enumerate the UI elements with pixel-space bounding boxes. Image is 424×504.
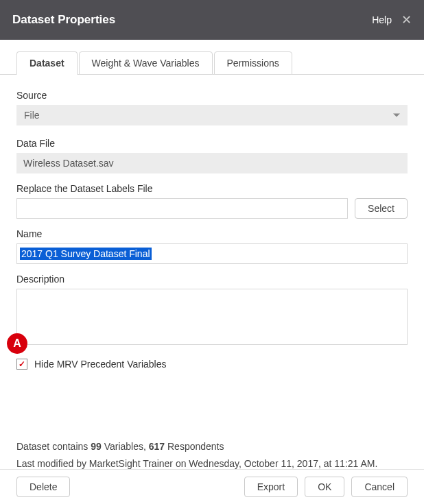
delete-button[interactable]: Delete	[16, 477, 70, 497]
replace-labels-label: Replace the Dataset Labels File	[16, 183, 408, 194]
tab-panel-dataset: Source File Data File Wireless Dataset.s…	[0, 75, 424, 472]
hide-mrv-label: Hide MRV Precedent Variables	[34, 359, 166, 370]
tab-dataset[interactable]: Dataset	[16, 51, 78, 75]
help-link[interactable]: Help	[372, 14, 392, 25]
datafile-value: Wireless Dataset.sav	[16, 153, 408, 173]
datafile-label: Data File	[16, 138, 408, 149]
dialog-titlebar: Dataset Properties Help ✕	[0, 0, 424, 40]
tab-permissions[interactable]: Permissions	[214, 51, 292, 75]
description-textarea[interactable]	[16, 289, 408, 345]
description-label: Description	[16, 274, 408, 285]
hide-mrv-checkbox[interactable]: ✓	[16, 359, 27, 370]
dataset-info-counts: Dataset contains 99 Variables, 617 Respo…	[16, 438, 408, 455]
chevron-down-icon	[393, 114, 400, 117]
source-dropdown[interactable]: File	[16, 105, 408, 125]
name-input-selection: 2017 Q1 Survey Dataset Final	[20, 248, 152, 260]
select-file-button[interactable]: Select	[355, 198, 408, 219]
cancel-button[interactable]: Cancel	[351, 477, 408, 497]
respondent-count: 617	[149, 441, 165, 452]
ok-button[interactable]: OK	[305, 477, 344, 497]
export-button[interactable]: Export	[244, 477, 298, 497]
dataset-info: Dataset contains 99 Variables, 617 Respo…	[16, 438, 408, 472]
tab-weight-wave[interactable]: Weight & Wave Variables	[79, 51, 213, 75]
dialog-footer: Delete Export OK Cancel	[0, 469, 424, 504]
close-icon[interactable]: ✕	[401, 14, 412, 26]
dialog-title: Dataset Properties	[12, 13, 115, 27]
callout-marker-a: A	[7, 333, 27, 354]
tab-strip: Dataset Weight & Wave Variables Permissi…	[0, 40, 424, 75]
variable-count: 99	[91, 441, 102, 452]
name-input[interactable]: 2017 Q1 Survey Dataset Final	[16, 243, 408, 264]
source-label: Source	[16, 90, 408, 101]
source-value: File	[24, 110, 40, 121]
replace-labels-input[interactable]	[16, 198, 348, 219]
name-label: Name	[16, 228, 408, 239]
